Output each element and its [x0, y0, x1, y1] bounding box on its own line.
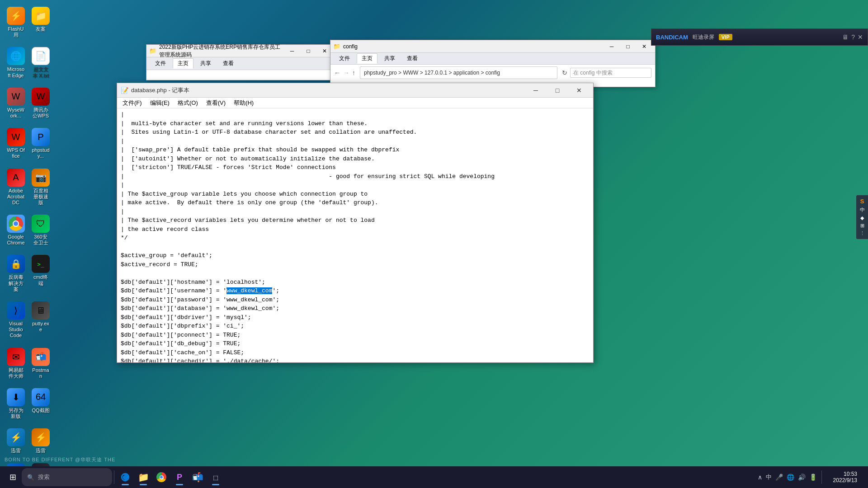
explorer-tab-view-1[interactable]: 查看 [218, 58, 239, 69]
show-desktop-btn[interactable] [859, 468, 863, 486]
explorer-back-btn[interactable]: ← [334, 69, 340, 76]
explorer-controls-1: ─ □ ✕ [284, 46, 333, 56]
taskbar: ⊞ 🔍 搜索 📁 P 📬 ⬚ ∧ 中 🎤 🌐 🔊 🔋 [0, 466, 868, 488]
desktop-icon-wmware[interactable]: W WyseWork... [5, 85, 27, 121]
bandicam-monitor-icon[interactable]: 🖥 [842, 33, 849, 41]
explorer-search-field[interactable]: 在 config 中搜索 [570, 68, 651, 78]
taskbar-search-btn[interactable]: 🔍 搜索 [22, 468, 112, 486]
bandicam-close-icon[interactable]: ✕ [858, 33, 863, 41]
desktop-icon-label: 另存为新版 [7, 408, 25, 419]
desktop-icon-xunlei1[interactable]: ⚡ 迅雷 [5, 426, 27, 456]
notepad-minimize-btn[interactable]: ─ [525, 84, 546, 97]
notepad-menu-view[interactable]: 查看(V) [203, 98, 229, 108]
edge-icon: 🌐 [7, 47, 25, 65]
tray-battery-icon[interactable]: 🔋 [808, 473, 818, 482]
bandicam-logo: BANDICAM [656, 34, 688, 41]
notepad-window-controls: ─ □ ✕ [525, 84, 590, 97]
notepad-maximize-btn[interactable]: □ [547, 84, 568, 97]
tray-expand-icon[interactable]: ∧ [757, 473, 763, 482]
explorer-tab-file-1[interactable]: 文件 [150, 58, 171, 69]
desktop-icon-label: 友案 [36, 26, 46, 32]
qq64-icon: 64 [32, 388, 50, 406]
tray-network-icon[interactable]: 🌐 [786, 473, 795, 482]
explorer-forward-btn[interactable]: → [343, 69, 349, 76]
notepad-window: 📝 database.php - 记事本 ─ □ ✕ 文件(F) 编辑(E) 格… [117, 83, 594, 363]
explorer-close-btn-2[interactable]: ✕ [636, 41, 652, 52]
desktop-icon-label: Adobe Acrobat DC [7, 188, 25, 206]
desktop-icon-download[interactable]: ⬇ 另存为新版 [5, 386, 27, 422]
explorer-tab-share-2[interactable]: 共享 [379, 53, 400, 64]
ime-icon-table[interactable]: ⊞ [860, 223, 864, 229]
ime-icon-s[interactable]: S [860, 198, 864, 205]
desktop-icon-photo[interactable]: 📷 百度相册极速版 [29, 166, 52, 208]
tray-mic-icon[interactable]: 🎤 [774, 473, 784, 482]
desktop-icon-cmd[interactable]: >_ cmd终端 [29, 253, 52, 295]
desktop-icon-putty[interactable]: 🖥 putty.exe [29, 299, 52, 341]
explorer-title-text-1: 2022新版PHP云进销存系统ERP销售库存仓库员工管理系统源码 [159, 43, 284, 59]
desktop-icon-txt[interactable]: 📄 超文文本 X.txt [29, 45, 52, 80]
tray-volume-icon[interactable]: 🔊 [797, 473, 807, 482]
desktop-icon-postman[interactable]: 📬 Postman [29, 346, 52, 381]
desktop-icon-label: QQ截图 [32, 408, 49, 413]
desktop-icon-label: 反病毒解决方案 [7, 274, 25, 292]
ime-icon-grid[interactable]: ⋮ [860, 230, 865, 236]
desktop-icon-adobe[interactable]: A Adobe Acrobat DC [5, 166, 27, 208]
desktop-icon-wps[interactable]: W WPS Office [5, 126, 27, 161]
tray-divider [821, 470, 822, 484]
taskbar-divider [114, 470, 114, 484]
desktop-icon-label: Google Chrome [7, 234, 25, 246]
notepad-menu-edit[interactable]: 编辑(E) [146, 98, 173, 108]
wps-icon: W [7, 128, 25, 146]
desktop-icon-edge[interactable]: 🌐 Microsoft Edge [5, 45, 27, 80]
desktop-icon-antivirus[interactable]: 🔒 反病毒解决方案 [5, 253, 27, 295]
notepad-close-btn[interactable]: ✕ [569, 84, 590, 97]
desktop-icon-label: 迅雷 [36, 448, 46, 454]
taskbar-start-btn[interactable]: ⊞ [4, 468, 22, 486]
explorer-address-text: phpstudy_pro > WWW > 127.0.0.1 > applica… [364, 70, 500, 76]
taskbar-datetime[interactable]: 10:53 2022/9/13 [826, 471, 857, 483]
desktop-icon-xunlei2[interactable]: ⚡ 迅雷 [29, 426, 52, 456]
explorer-tab-home-1[interactable]: 主页 [173, 58, 193, 69]
ime-icon-zh[interactable]: 中 [860, 206, 865, 213]
explorer-minimize-btn-1[interactable]: ─ [284, 46, 300, 56]
taskbar-app-explorer[interactable]: 📁 [134, 468, 152, 486]
explorer-tab-home-2[interactable]: 主页 [357, 53, 377, 64]
explorer-up-btn[interactable]: ↑ [352, 69, 355, 76]
vip-badge: VIP [719, 34, 732, 40]
notepad-text-area[interactable]: | | multi-byte character set and are run… [117, 108, 593, 362]
desktop-icon-phpstudy[interactable]: P phpstudy... [29, 126, 52, 161]
explorer-tab-file-2[interactable]: 文件 [334, 53, 355, 64]
desktop-icon-qq64[interactable]: 64 QQ截图 [29, 386, 52, 422]
download-icon: ⬇ [7, 388, 25, 406]
taskbar-app-postman[interactable]: 📬 [189, 468, 207, 486]
desktop-icon-wps-qq[interactable]: W 腾讯办公WPS [29, 85, 52, 121]
desktop-icon-vscode[interactable]: ⟩ Visual Studio Code [5, 299, 27, 341]
ime-icon-dot[interactable]: ◆ [860, 215, 864, 221]
explorer-refresh-btn[interactable]: ↻ [562, 69, 567, 76]
explorer-maximize-btn-2[interactable]: □ [620, 41, 636, 52]
explorer-tab-view-2[interactable]: 查看 [402, 53, 423, 64]
desktop-icon-360[interactable]: 🛡 360安全卫士 [29, 212, 52, 248]
taskbar-app-chrome[interactable] [152, 468, 170, 486]
desktop-icon-mail[interactable]: ✉ 网易邮件大师 [5, 346, 27, 381]
tray-zh-icon[interactable]: 中 [765, 472, 773, 482]
explorer-title-left-2: 📁 config [333, 43, 358, 50]
explorer-maximize-btn-1[interactable]: □ [300, 46, 316, 56]
wmware-icon: W [7, 88, 25, 106]
explorer-minimize-btn-2[interactable]: ─ [604, 41, 620, 52]
desktop-icon-folder[interactable]: 📁 友案 [29, 5, 52, 40]
taskbar-app-phpstorm[interactable]: P [170, 468, 189, 486]
flashu-icon: ⚡ [7, 7, 25, 25]
adobe-icon: A [7, 169, 25, 187]
bandicam-question-icon[interactable]: ? [851, 33, 855, 41]
explorer-window-2: 📁 config ─ □ ✕ 文件 主页 共享 查看 ← → ↑ phpstud… [330, 40, 656, 87]
taskbar-app-edge[interactable] [116, 468, 134, 486]
notepad-menu-help[interactable]: 帮助(H) [230, 98, 257, 108]
desktop-icon-flashu[interactable]: ⚡ FlashU用 [5, 5, 27, 40]
taskbar-app-terminal[interactable]: ⬚ [207, 468, 225, 486]
notepad-menu-format[interactable]: 格式(O) [174, 98, 202, 108]
explorer-address-field[interactable]: phpstudy_pro > WWW > 127.0.0.1 > applica… [360, 66, 557, 79]
notepad-menu-file[interactable]: 文件(F) [119, 98, 146, 108]
desktop-icon-chrome[interactable]: Google Chrome [5, 212, 27, 248]
explorer-tab-share-1[interactable]: 共享 [195, 58, 216, 69]
